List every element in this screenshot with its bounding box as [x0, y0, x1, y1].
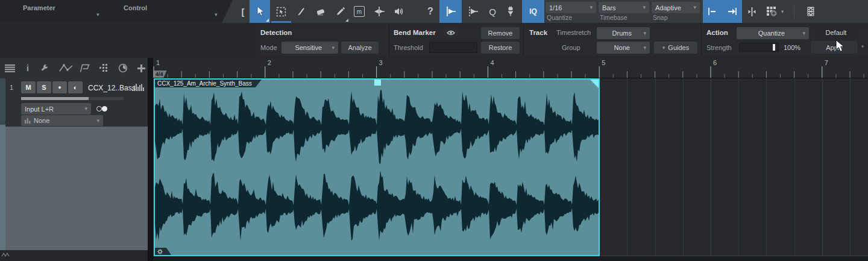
grid-line [738, 78, 739, 256]
split-tool-button[interactable] [292, 0, 310, 23]
restore-button[interactable]: Restore [481, 42, 520, 54]
quantize-value-dropdown[interactable]: 1/16 ▾ [546, 2, 596, 13]
snap-value: Adaptive [655, 4, 681, 11]
panel-divider[interactable] [148, 58, 153, 261]
audiobend-button[interactable] [39, 63, 51, 74]
add-track-button[interactable] [135, 63, 147, 74]
chevron-down-icon: ▾ [662, 45, 665, 51]
autoscroll-page-icon [707, 7, 718, 16]
flyout-corner [345, 19, 348, 22]
toolbar-divider [794, 4, 794, 19]
grid-line [766, 78, 767, 256]
ruler-ticks [148, 58, 868, 78]
chevron-down-icon[interactable]: ▾ [96, 12, 99, 17]
solo-button[interactable]: S [37, 81, 51, 93]
default-label: Default [826, 29, 847, 36]
snap-value-dropdown[interactable]: Adaptive ▾ [652, 2, 700, 13]
plus-icon [137, 64, 146, 73]
arrow-tool-button[interactable] [250, 0, 270, 23]
monitor-button[interactable]: ◐ [68, 81, 83, 93]
strength-slider[interactable] [739, 43, 779, 52]
chevron-down-icon: ▾ [781, 9, 784, 14]
clock-icon [118, 63, 128, 73]
help-button[interactable]: ? [422, 0, 439, 23]
chevron-down-icon[interactable]: ▾ [215, 12, 218, 17]
wave-mode-icon[interactable] [1, 252, 10, 257]
apply-flyout-icon[interactable]: * [861, 45, 864, 51]
remove-button[interactable]: Remove [481, 27, 520, 39]
grid-settings-button[interactable] [98, 63, 110, 74]
timestretch-dropdown[interactable]: Drums ▾ [597, 27, 650, 39]
tab-parameter[interactable]: Parameter [23, 4, 55, 11]
show-bend-markers-toggle[interactable] [443, 28, 459, 37]
flyout-corner [266, 19, 269, 22]
default-button[interactable]: Default [815, 26, 857, 39]
track-section-title: Track [529, 29, 547, 36]
mute-button[interactable]: M [21, 81, 36, 93]
apply-button[interactable]: Apply [811, 41, 858, 54]
info-button[interactable]: i [22, 63, 34, 74]
timebase-label: Timebase [600, 14, 627, 21]
tab-control[interactable]: Control [124, 4, 147, 11]
guides-button[interactable]: ▾ Guides [654, 42, 697, 54]
threshold-slider[interactable] [429, 42, 477, 53]
analyze-button[interactable]: Analyze [341, 42, 379, 54]
quantize-tool-button[interactable]: Q [484, 0, 501, 23]
iq-button[interactable]: IQ [522, 0, 544, 23]
listen-tool-button[interactable] [389, 0, 408, 23]
fade-handle[interactable] [590, 80, 599, 88]
track-header[interactable]: 1 M S ● ◐ CCX_12..Bass Input L+R ▾ None … [5, 78, 148, 127]
video-track-button[interactable] [800, 0, 821, 23]
paint-tool-button[interactable] [331, 0, 350, 23]
timebase-value-dropdown[interactable]: Bars ▾ [599, 2, 649, 13]
bend-tool-button[interactable] [369, 0, 389, 23]
mute-tool-button[interactable]: m [350, 0, 368, 23]
chevron-down-icon: ▾ [84, 106, 87, 112]
menu-button[interactable] [4, 63, 16, 74]
grid-line [794, 78, 795, 256]
range-select-icon [276, 7, 286, 17]
input-dropdown[interactable]: Input L+R ▾ [21, 103, 91, 115]
clip-title-tab[interactable]: CCX_125_Am_Archie_Synth_Bass [155, 80, 262, 87]
waveform-channel [155, 90, 599, 165]
insert-dropdown[interactable]: None ▾ [21, 115, 103, 126]
inspector-filler [0, 25, 256, 56]
iq-icon: IQ [529, 7, 537, 16]
bend-marker-handle[interactable] [374, 80, 381, 86]
timebase-button[interactable] [117, 63, 129, 74]
audiobend-panel-button[interactable] [502, 0, 520, 23]
inspector-bar: Detection Mode Sensitive ▾ Analyze Bend … [0, 25, 868, 56]
snap-label: Snap [653, 14, 668, 21]
bend-marker-icon [444, 6, 458, 17]
studio-one-edit-view: Parameter ▾ Control ▾ [ m [0, 0, 868, 261]
macros-grid-button[interactable]: ▾ [761, 0, 788, 23]
track-name[interactable]: CCX_12..Bass [88, 84, 136, 92]
plug-icon [506, 6, 515, 17]
knife-icon [297, 7, 306, 16]
record-icon: ● [58, 84, 61, 90]
stereo-icon: ◐ [74, 84, 78, 91]
arrange-area[interactable]: CCX_125_Am_Archie_Synth_Bass [153, 78, 868, 261]
audio-clip[interactable]: CCX_125_Am_Archie_Synth_Bass [154, 78, 600, 256]
automation-button[interactable] [58, 63, 74, 74]
autoscroll-follow-button[interactable] [722, 0, 742, 23]
detection-mode-dropdown[interactable]: Sensitive ▾ [281, 42, 338, 54]
action-dropdown[interactable]: Quantize ▾ [737, 27, 809, 39]
strength-slider-handle[interactable] [773, 44, 775, 51]
mute-label: M [25, 84, 31, 91]
add-bend-marker-button[interactable] [439, 0, 462, 23]
stereo-mono-toggle[interactable] [94, 104, 110, 113]
group-dropdown[interactable]: None ▾ [597, 42, 650, 54]
remove-bend-marker-button[interactable] [462, 0, 483, 23]
autoscroll-page-button[interactable] [703, 0, 722, 23]
range-tool-button[interactable] [271, 0, 291, 23]
split-view-button[interactable] [743, 0, 761, 23]
timeline-ruler[interactable]: 4/4 1234567 [148, 58, 868, 78]
part-edit-button[interactable] [78, 63, 90, 74]
quantize-setting: 1/16 ▾ Quantize [546, 0, 597, 23]
eraser-tool-button[interactable] [311, 0, 330, 23]
record-arm-button[interactable]: ● [52, 81, 67, 93]
snap-setting: Adaptive ▾ Snap [652, 0, 703, 23]
flag-icon [80, 64, 90, 72]
chevron-down-icon: ▾ [643, 31, 646, 36]
